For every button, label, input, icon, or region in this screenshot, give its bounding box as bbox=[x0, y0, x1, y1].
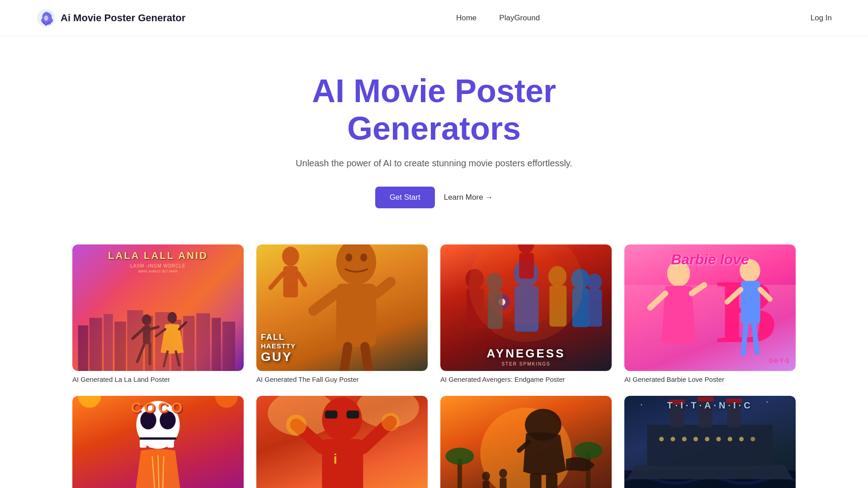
svg-point-96 bbox=[382, 413, 400, 431]
svg-rect-110 bbox=[500, 478, 506, 488]
poster-image-incredibles[interactable]: i bbox=[256, 396, 428, 488]
svg-point-25 bbox=[282, 246, 299, 266]
poster-card-barbie: B bbox=[624, 244, 796, 383]
svg-rect-12 bbox=[212, 318, 221, 371]
laland-skyline-icon bbox=[72, 295, 244, 371]
svg-point-95 bbox=[286, 414, 307, 435]
svg-rect-13 bbox=[222, 321, 235, 371]
incredibles-figures-icon: i bbox=[256, 396, 428, 488]
svg-rect-112 bbox=[647, 425, 773, 466]
logo-text: Ai Movie Poster Generator bbox=[61, 12, 185, 24]
poster-image-dinosaur[interactable] bbox=[440, 396, 612, 488]
poster-caption-fallguy: AI Generated The Fall Guy Poster bbox=[256, 375, 428, 383]
nav-home[interactable]: Home bbox=[456, 14, 476, 23]
svg-rect-89 bbox=[347, 410, 359, 418]
svg-rect-53 bbox=[519, 253, 534, 278]
poster-image-fallguy[interactable]: FALL HAESTTY GUY bbox=[256, 244, 428, 371]
svg-point-54 bbox=[587, 273, 602, 291]
svg-point-102 bbox=[574, 442, 603, 459]
svg-point-1 bbox=[44, 15, 48, 21]
svg-rect-3 bbox=[90, 318, 102, 371]
svg-point-29 bbox=[336, 244, 376, 285]
poster-card-coco: COCO AI Generated Coco Poster bbox=[72, 396, 244, 488]
svg-rect-55 bbox=[588, 289, 602, 326]
svg-rect-6 bbox=[127, 310, 143, 371]
svg-rect-105 bbox=[546, 473, 557, 488]
hero-cta: Get Start Learn More → bbox=[9, 187, 859, 208]
svg-rect-108 bbox=[482, 481, 489, 488]
svg-point-125 bbox=[728, 436, 732, 441]
svg-point-122 bbox=[693, 436, 698, 441]
poster-card-laland: LALA LALL ANID LASM -INGM WDRCLE BM41 N4… bbox=[72, 244, 244, 383]
svg-line-17 bbox=[150, 327, 158, 329]
svg-line-28 bbox=[298, 273, 305, 285]
svg-point-107 bbox=[482, 471, 490, 480]
svg-point-109 bbox=[499, 469, 507, 478]
poster-image-barbie[interactable]: B bbox=[624, 244, 796, 371]
svg-rect-5 bbox=[114, 321, 126, 371]
logo[interactable]: Ai Movie Poster Generator bbox=[36, 8, 185, 28]
svg-text:i: i bbox=[334, 451, 337, 466]
svg-line-27 bbox=[271, 273, 283, 288]
svg-rect-87 bbox=[322, 439, 363, 488]
poster-image-laland[interactable]: LALA LALL ANID LASM -INGM WDRCLE BM41 N4… bbox=[72, 244, 244, 371]
poster-image-avengers[interactable]: AYNEGESS STER SPMKINGS bbox=[440, 244, 612, 371]
svg-rect-62 bbox=[741, 281, 760, 324]
poster-caption-avengers: AI Generated Avengers: Endgame Poster bbox=[440, 375, 612, 383]
svg-rect-11 bbox=[196, 313, 210, 371]
svg-rect-7 bbox=[145, 316, 153, 371]
svg-rect-104 bbox=[530, 473, 541, 488]
svg-point-31 bbox=[345, 253, 352, 262]
svg-rect-78 bbox=[140, 437, 176, 440]
svg-rect-4 bbox=[104, 314, 113, 371]
hero-title: AI Movie Poster Generators bbox=[9, 72, 859, 147]
laland-dancers-icon bbox=[90, 301, 226, 371]
svg-rect-26 bbox=[283, 266, 298, 297]
nav-playground[interactable]: PlayGround bbox=[499, 14, 540, 23]
svg-point-32 bbox=[360, 253, 367, 262]
svg-rect-10 bbox=[183, 316, 194, 371]
svg-line-22 bbox=[179, 322, 186, 329]
svg-line-23 bbox=[164, 351, 167, 366]
poster-card-fallguy: FALL HAESTTY GUY AI Generated The Fall G… bbox=[256, 244, 428, 383]
svg-line-16 bbox=[132, 329, 143, 338]
svg-point-124 bbox=[716, 436, 721, 441]
poster-card-dinosaur: AI Generated Dinosaur Poster bbox=[440, 396, 612, 488]
svg-line-18 bbox=[137, 344, 144, 361]
poster-card-incredibles: i AI Generated The Incredibles Poster bbox=[256, 396, 428, 488]
get-start-button[interactable]: Get Start bbox=[375, 187, 435, 208]
svg-point-121 bbox=[682, 436, 687, 441]
poster-caption-laland: AI Generated La La Land Poster bbox=[72, 375, 244, 383]
svg-rect-88 bbox=[325, 410, 338, 418]
svg-point-120 bbox=[670, 436, 675, 441]
svg-point-14 bbox=[142, 314, 151, 325]
poster-image-coco[interactable]: COCO bbox=[72, 396, 244, 488]
logo-icon bbox=[36, 8, 56, 28]
gallery-section: LALA LALL ANID LASM -INGM WDRCLE BM41 N4… bbox=[0, 235, 868, 488]
poster-card-titanic: T·I·T·A·N·I·C AI Generated Titanic Poste… bbox=[624, 396, 796, 488]
dinosaur-figures-icon bbox=[440, 396, 612, 488]
poster-card-avengers: AYNEGESS STER SPMKINGS AI Generated Aven… bbox=[440, 244, 612, 383]
svg-rect-9 bbox=[171, 319, 182, 371]
svg-rect-15 bbox=[143, 325, 150, 344]
hero-subtitle: Unleash the power of AI to create stunni… bbox=[9, 158, 859, 169]
svg-rect-2 bbox=[78, 325, 89, 371]
poster-grid: LALA LALL ANID LASM -INGM WDRCLE BM41 N4… bbox=[72, 244, 796, 488]
svg-point-20 bbox=[167, 312, 177, 323]
svg-point-86 bbox=[322, 397, 362, 441]
svg-point-127 bbox=[750, 436, 755, 441]
svg-line-66 bbox=[754, 324, 757, 352]
svg-line-21 bbox=[156, 329, 165, 336]
svg-line-24 bbox=[176, 351, 179, 365]
svg-point-119 bbox=[659, 436, 664, 441]
svg-rect-8 bbox=[155, 312, 170, 371]
learn-more-button[interactable]: Learn More → bbox=[444, 193, 493, 202]
svg-line-33 bbox=[313, 293, 336, 310]
svg-line-34 bbox=[376, 282, 391, 293]
poster-image-titanic[interactable]: T·I·T·A·N·I·C bbox=[624, 396, 796, 488]
login-button[interactable]: Log In bbox=[811, 14, 832, 23]
svg-point-100 bbox=[445, 447, 474, 465]
main-nav: Home PlayGround bbox=[456, 14, 540, 23]
svg-line-65 bbox=[743, 324, 746, 353]
svg-point-123 bbox=[705, 436, 709, 441]
